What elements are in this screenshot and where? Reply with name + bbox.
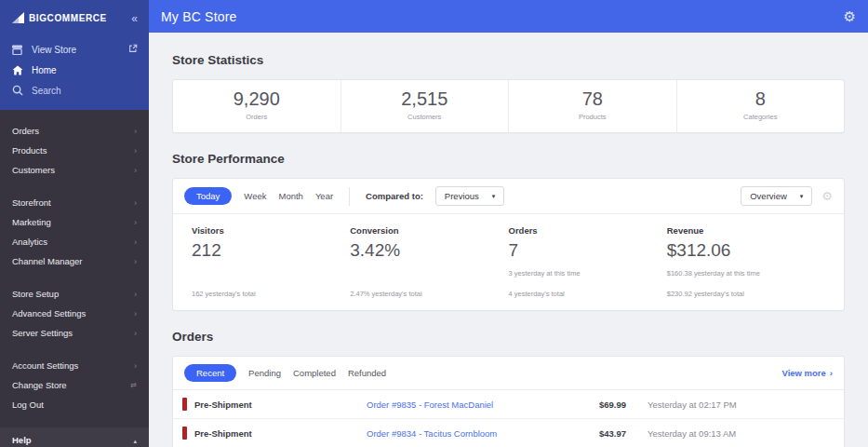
sidebar: BIGCOMMERCE « View Store Home Search	[0, 0, 149, 447]
sidebar-item-server-settings[interactable]: Server Settings ›	[0, 323, 149, 343]
search-icon	[11, 85, 23, 96]
sidebar-item-orders[interactable]: Orders ›	[0, 121, 149, 141]
metric-yesterday-total: 162 yesterday's total	[192, 290, 350, 298]
storefront-icon	[11, 45, 23, 55]
sidebar-item-label: Advanced Settings	[12, 308, 86, 318]
sidebar-item-label: Change Store	[12, 380, 67, 390]
swap-store-icon: ⇄	[130, 381, 137, 389]
sidebar-item-channel-manager[interactable]: Channel Manager ›	[0, 251, 149, 271]
performance-settings-gear-icon[interactable]: ⚙	[821, 189, 833, 203]
toolbar-divider	[349, 187, 350, 206]
tab-pending[interactable]: Pending	[248, 368, 281, 378]
order-row: Pre-Shipment Order #9834 - Tacitus Cornb…	[173, 419, 844, 447]
metric-visitors: Visitors 212 162 yesterday's total	[192, 225, 350, 298]
stat-categories: 8 Categories	[677, 80, 845, 132]
order-status-bar	[182, 427, 187, 440]
metric-yesterday-total: $230.92 yesterday's total	[667, 290, 825, 298]
tab-year[interactable]: Year	[315, 191, 333, 201]
stat-label: Products	[509, 113, 676, 121]
metric-value: 7	[509, 240, 667, 261]
collapse-sidebar-icon[interactable]: «	[131, 13, 138, 24]
compared-to-value: Previous	[445, 191, 479, 201]
sidebar-item-customers[interactable]: Customers ›	[0, 160, 149, 180]
metric-yesterday-total: 4 yesterday's total	[509, 290, 667, 298]
chevron-right-icon: ›	[134, 127, 137, 136]
tab-recent[interactable]: Recent	[184, 364, 236, 382]
store-statistics-card: 9,290 Orders 2,515 Customers 78 Products…	[172, 79, 845, 133]
stat-label: Customers	[341, 113, 509, 121]
chevron-right-icon: ›	[134, 329, 137, 338]
store-title: My BC Store	[161, 9, 237, 24]
sidebar-item-marketing[interactable]: Marketing ›	[0, 212, 149, 232]
store-performance-title: Store Performance	[172, 133, 845, 166]
orders-title: Orders	[172, 311, 845, 344]
chevron-right-icon: ›	[134, 198, 137, 208]
settings-gear-icon[interactable]: ⚙	[844, 9, 856, 23]
metric-label: Visitors	[192, 225, 350, 236]
sidebar-item-label: Home	[32, 65, 57, 75]
metric-conversion: Conversion 3.42% 2.47% yesterday's total	[350, 225, 508, 298]
stat-orders: 9,290 Orders	[173, 80, 341, 132]
orders-card: Recent Pending Completed Refunded View m…	[172, 356, 845, 447]
tab-today[interactable]: Today	[184, 187, 232, 205]
metric-label: Orders	[509, 225, 667, 236]
chevron-right-icon: ›	[134, 290, 137, 299]
metric-value: 212	[192, 240, 350, 261]
chevron-right-icon: ›	[134, 309, 137, 318]
compared-to-select[interactable]: Previous ▾	[435, 186, 504, 206]
tab-refunded[interactable]: Refunded	[348, 368, 386, 378]
sidebar-item-account-settings[interactable]: Account Settings ›	[0, 356, 149, 375]
metric-at-this-time: 3 yesterday at this time	[509, 269, 667, 278]
sidebar-item-search[interactable]: Search	[0, 80, 149, 101]
help-title: Help	[12, 435, 80, 445]
sidebar-item-label: Storefront	[12, 197, 51, 208]
sidebar-item-label: Analytics	[12, 237, 47, 247]
stat-value: 78	[509, 88, 676, 110]
order-status-bar	[182, 398, 187, 411]
chevron-right-icon: ›	[134, 237, 137, 247]
store-performance-card: Today Week Month Year Compared to: Previ…	[172, 178, 845, 311]
metric-at-this-time: $160.38 yesterday at this time	[667, 269, 825, 278]
metric-revenue: Revenue $312.06 $160.38 yesterday at thi…	[667, 225, 825, 298]
orders-toolbar: Recent Pending Completed Refunded View m…	[173, 357, 844, 390]
home-icon	[11, 65, 23, 75]
view-more-link[interactable]: View more ›	[781, 368, 833, 378]
sidebar-item-label: Products	[12, 145, 47, 156]
overview-select[interactable]: Overview ▾	[741, 186, 812, 206]
order-link[interactable]: Order #9835 - Forest MacDaniel	[367, 400, 599, 410]
sidebar-item-home[interactable]: Home	[0, 60, 149, 80]
metric-label: Conversion	[350, 225, 508, 236]
chevron-right-icon: ›	[134, 257, 137, 266]
sidebar-item-label: View Store	[32, 45, 76, 55]
order-time: Yesterday at 02:17 PM	[648, 400, 844, 410]
compared-to-label: Compared to:	[366, 191, 423, 201]
order-time: Yesterday at 09:13 AM	[648, 428, 844, 439]
sidebar-item-label: Log Out	[12, 400, 44, 410]
help-section[interactable]: Help Support Pin: 888888 ▴	[0, 427, 149, 447]
sidebar-item-label: Marketing	[12, 217, 51, 227]
sidebar-item-change-store[interactable]: Change Store ⇄	[0, 375, 149, 395]
sidebar-item-store-setup[interactable]: Store Setup ›	[0, 284, 149, 304]
stat-customers: 2,515 Customers	[341, 80, 510, 132]
tab-completed[interactable]: Completed	[293, 368, 336, 378]
sidebar-item-label: Customers	[12, 165, 55, 175]
chevron-right-icon: ›	[134, 218, 137, 227]
order-status: Pre-Shipment	[194, 428, 367, 439]
sidebar-item-analytics[interactable]: Analytics ›	[0, 232, 149, 251]
sidebar-item-log-out[interactable]: Log Out	[0, 395, 149, 414]
sidebar-item-label: Search	[32, 86, 61, 96]
sidebar-item-label: Channel Manager	[12, 256, 83, 266]
sidebar-item-products[interactable]: Products ›	[0, 141, 149, 160]
sidebar-item-advanced-settings[interactable]: Advanced Settings ›	[0, 304, 149, 323]
tab-week[interactable]: Week	[244, 191, 266, 201]
sidebar-item-view-store[interactable]: View Store	[0, 39, 149, 60]
tab-month[interactable]: Month	[278, 191, 302, 201]
sidebar-item-storefront[interactable]: Storefront ›	[0, 193, 149, 212]
order-amount: $69.99	[599, 400, 648, 410]
order-link[interactable]: Order #9834 - Tacitus Cornbloom	[367, 428, 599, 439]
caret-down-icon: ▾	[800, 193, 804, 200]
sidebar-menu: Orders › Products › Customers › Storefro…	[0, 110, 149, 427]
performance-toolbar: Today Week Month Year Compared to: Previ…	[173, 179, 844, 214]
bigcommerce-logo-icon	[11, 12, 25, 24]
view-more-label: View more	[781, 368, 825, 378]
